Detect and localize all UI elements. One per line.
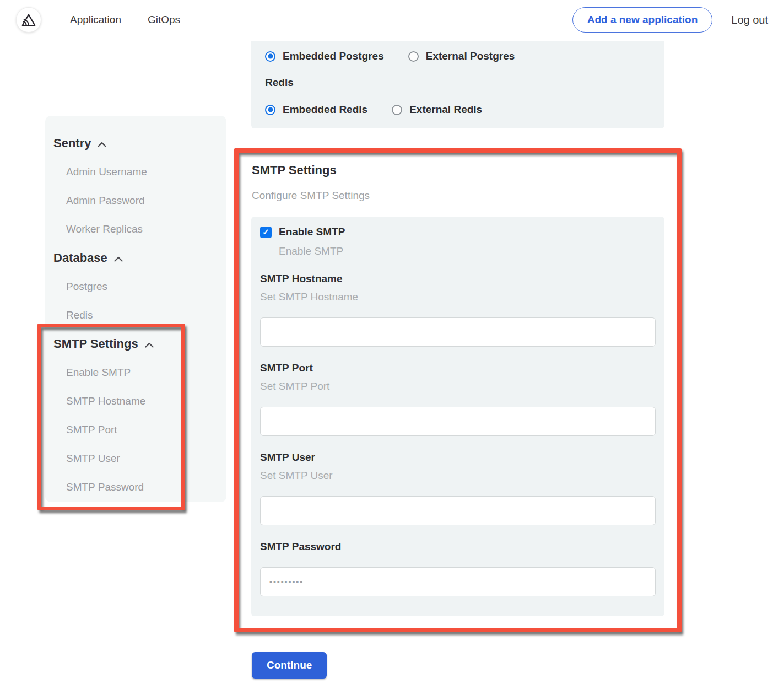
sidebar-item-admin-password[interactable]: Admin Password bbox=[45, 186, 226, 215]
chevron-up-icon bbox=[113, 256, 123, 262]
smtp-hostname-helper: Set SMTP Hostname bbox=[260, 291, 656, 303]
sidebar-item-smtp-hostname[interactable]: SMTP Hostname bbox=[45, 387, 226, 416]
sidebar-item-smtp-port[interactable]: SMTP Port bbox=[45, 416, 226, 444]
radio-option-external-postgres[interactable]: External Postgres bbox=[408, 50, 515, 62]
smtp-password-input[interactable] bbox=[260, 567, 656, 596]
smtp-section-subtitle: Configure SMTP Settings bbox=[252, 190, 370, 202]
smtp-port-label: SMTP Port bbox=[260, 362, 656, 374]
enable-smtp-helper: Enable SMTP bbox=[279, 245, 656, 257]
smtp-hostname-field: SMTP Hostname Set SMTP Hostname bbox=[260, 273, 656, 347]
radio-embedded-postgres-icon[interactable] bbox=[265, 51, 275, 62]
enable-smtp-label: Enable SMTP bbox=[279, 226, 345, 238]
chevron-up-icon bbox=[144, 342, 154, 348]
config-sidebar: Sentry Admin Username Admin Password Wor… bbox=[45, 116, 226, 502]
smtp-port-input[interactable] bbox=[260, 407, 656, 436]
smtp-user-label: SMTP User bbox=[260, 451, 656, 464]
sidebar-group-sentry[interactable]: Sentry bbox=[45, 129, 226, 158]
continue-button[interactable]: Continue bbox=[252, 652, 327, 679]
smtp-hostname-label: SMTP Hostname bbox=[260, 273, 656, 285]
smtp-password-field: SMTP Password bbox=[260, 541, 656, 596]
smtp-section-title: SMTP Settings bbox=[252, 163, 337, 177]
smtp-user-input[interactable] bbox=[260, 496, 656, 525]
smtp-password-label: SMTP Password bbox=[260, 541, 656, 553]
smtp-user-field: SMTP User Set SMTP User bbox=[260, 451, 656, 525]
nav-application[interactable]: Application bbox=[70, 14, 121, 26]
radio-embedded-redis-label: Embedded Redis bbox=[283, 104, 367, 116]
header-nav: Application GitOps bbox=[70, 14, 180, 26]
sidebar-item-enable-smtp[interactable]: Enable SMTP bbox=[45, 358, 226, 387]
radio-option-embedded-redis[interactable]: Embedded Redis bbox=[265, 104, 367, 116]
add-application-button[interactable]: Add a new application bbox=[572, 7, 713, 33]
enable-smtp-row: ✓ Enable SMTP bbox=[260, 217, 656, 238]
chevron-up-icon bbox=[97, 141, 107, 148]
redis-group-label: Redis bbox=[265, 75, 656, 90]
radio-embedded-redis-icon[interactable] bbox=[265, 105, 275, 115]
radio-external-postgres-icon[interactable] bbox=[408, 51, 419, 62]
smtp-port-helper: Set SMTP Port bbox=[260, 380, 656, 392]
nav-gitops[interactable]: GitOps bbox=[148, 14, 180, 26]
postgres-radio-group: Embedded Postgres External Postgres bbox=[265, 49, 656, 64]
app-header: Application GitOps Add a new application… bbox=[0, 0, 784, 40]
sidebar-item-admin-username[interactable]: Admin Username bbox=[45, 158, 226, 186]
sentry-logo[interactable] bbox=[16, 7, 41, 33]
redis-radio-group: Embedded Redis External Redis bbox=[265, 102, 656, 117]
sidebar-group-database-label: Database bbox=[53, 251, 107, 265]
sidebar-item-smtp-user[interactable]: SMTP User bbox=[45, 444, 226, 473]
smtp-settings-panel: ✓ Enable SMTP Enable SMTP SMTP Hostname … bbox=[251, 217, 664, 616]
radio-embedded-postgres-label: Embedded Postgres bbox=[283, 50, 384, 62]
header-right: Add a new application Log out bbox=[572, 7, 768, 33]
sidebar-item-postgres[interactable]: Postgres bbox=[45, 272, 226, 301]
logout-link[interactable]: Log out bbox=[731, 14, 768, 26]
radio-external-redis-icon[interactable] bbox=[392, 105, 402, 115]
sidebar-group-database[interactable]: Database bbox=[45, 244, 226, 272]
radio-option-external-redis[interactable]: External Redis bbox=[392, 104, 482, 116]
sidebar-group-sentry-label: Sentry bbox=[53, 136, 91, 150]
radio-option-embedded-postgres[interactable]: Embedded Postgres bbox=[265, 50, 384, 62]
database-config-panel: Embedded Postgres External Postgres Redi… bbox=[251, 41, 664, 128]
enable-smtp-checkbox[interactable]: ✓ bbox=[260, 227, 272, 238]
radio-external-redis-label: External Redis bbox=[409, 104, 482, 116]
sidebar-item-smtp-password[interactable]: SMTP Password bbox=[45, 473, 226, 502]
smtp-port-field: SMTP Port Set SMTP Port bbox=[260, 362, 656, 436]
smtp-hostname-input[interactable] bbox=[260, 317, 656, 347]
sidebar-group-smtp-settings[interactable]: SMTP Settings bbox=[45, 330, 226, 358]
radio-external-postgres-label: External Postgres bbox=[426, 50, 515, 62]
sidebar-item-worker-replicas[interactable]: Worker Replicas bbox=[45, 215, 226, 244]
sidebar-item-redis[interactable]: Redis bbox=[45, 301, 226, 330]
smtp-user-helper: Set SMTP User bbox=[260, 470, 656, 482]
sidebar-group-smtp-settings-label: SMTP Settings bbox=[53, 337, 138, 351]
